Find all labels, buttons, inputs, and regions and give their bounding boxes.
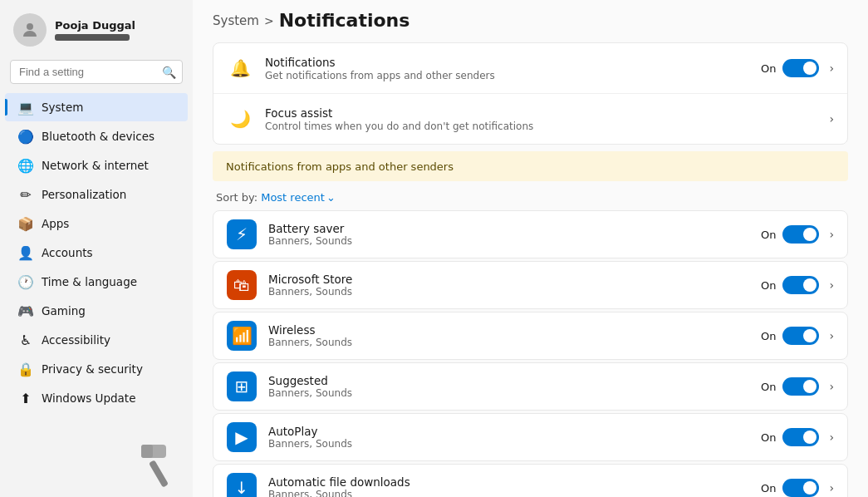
app-icon-auto-file-downloads: ↓ xyxy=(227,473,257,497)
sidebar-item-privacy[interactable]: 🔒 Privacy & security xyxy=(5,355,188,383)
sidebar-item-bluetooth[interactable]: 🔵 Bluetooth & devices xyxy=(5,122,188,150)
user-email xyxy=(55,34,130,41)
accounts-icon: 👤 xyxy=(18,245,33,260)
personalization-icon: ✏️ xyxy=(18,187,33,202)
sidebar-bottom xyxy=(0,430,193,497)
search-box[interactable]: 🔍 xyxy=(10,60,183,84)
app-chevron-battery-saver: › xyxy=(829,228,834,241)
system-icon: 💻 xyxy=(18,100,33,115)
focus-chevron: › xyxy=(829,112,834,125)
sidebar-label-network: Network & internet xyxy=(42,159,149,172)
app-on-label-auto-file-downloads: On xyxy=(761,482,776,495)
network-icon: 🌐 xyxy=(18,158,33,173)
windowsupdate-icon: ⬆ xyxy=(18,391,33,406)
sort-bar: Sort by: Most recent ⌄ xyxy=(213,185,848,209)
sort-value-text: Most recent xyxy=(261,191,325,204)
sort-label: Sort by: xyxy=(216,191,257,204)
app-name-microsoft-store: Microsoft Store xyxy=(268,273,749,286)
sort-value[interactable]: Most recent ⌄ xyxy=(261,191,336,204)
sidebar-item-network[interactable]: 🌐 Network & internet xyxy=(5,151,188,180)
toggle-knob-wireless xyxy=(803,329,817,342)
notifications-row[interactable]: 🔔 Notifications Get notifications from a… xyxy=(213,43,847,94)
notifications-toggle[interactable] xyxy=(782,59,819,77)
toggle-knob-battery-saver xyxy=(803,228,817,241)
toggle-knob xyxy=(803,62,817,75)
app-list: ⚡ Battery saver Banners, Sounds On › 🛍 M… xyxy=(213,210,848,497)
top-bar: System > Notifications xyxy=(193,0,868,36)
app-desc-autoplay: Banners, Sounds xyxy=(268,438,749,450)
app-card-microsoft-store[interactable]: 🛍 Microsoft Store Banners, Sounds On › xyxy=(213,261,848,309)
search-icon: 🔍 xyxy=(162,66,176,79)
app-controls-auto-file-downloads: On › xyxy=(761,479,834,497)
app-name-wireless: Wireless xyxy=(268,323,749,337)
app-controls-autoplay: On › xyxy=(761,428,834,446)
sidebar-item-accessibility[interactable]: ♿ Accessibility xyxy=(5,326,188,354)
section-header-title: Notifications from apps and other sender… xyxy=(226,160,454,173)
user-profile[interactable]: Pooja Duggal xyxy=(0,0,193,57)
app-toggle-microsoft-store[interactable] xyxy=(782,276,819,294)
app-card-autoplay[interactable]: ▶ AutoPlay Banners, Sounds On › xyxy=(213,413,848,461)
app-toggle-wireless[interactable] xyxy=(782,327,819,345)
page-title: Notifications xyxy=(279,10,410,31)
app-desc-suggested: Banners, Sounds xyxy=(268,387,749,399)
app-name-autoplay: AutoPlay xyxy=(268,425,749,438)
focus-controls: › xyxy=(826,112,834,125)
hammer-icon xyxy=(137,436,183,490)
app-toggle-battery-saver[interactable] xyxy=(782,225,819,244)
sidebar-item-windowsupdate[interactable]: ⬆ Windows Update xyxy=(5,384,188,412)
notifications-icon: 🔔 xyxy=(227,55,253,81)
app-text-battery-saver: Battery saver Banners, Sounds xyxy=(268,222,749,247)
main-content: System > Notifications 🔔 Notifications G… xyxy=(193,0,868,497)
app-card-auto-file-downloads[interactable]: ↓ Automatic file downloads Banners, Soun… xyxy=(213,464,848,497)
toggle-knob-autoplay xyxy=(803,431,817,444)
app-controls-battery-saver: On › xyxy=(761,225,834,244)
sidebar-item-apps[interactable]: 📦 Apps xyxy=(5,209,188,238)
bluetooth-icon: 🔵 xyxy=(18,129,33,144)
focus-desc: Control times when you do and don't get … xyxy=(265,121,814,132)
app-desc-battery-saver: Banners, Sounds xyxy=(268,235,749,247)
app-toggle-autoplay[interactable] xyxy=(782,428,819,446)
toggle-knob-suggested xyxy=(803,380,817,393)
sidebar-item-personalization[interactable]: ✏️ Personalization xyxy=(5,180,188,209)
breadcrumb-separator: > xyxy=(264,14,274,27)
user-name: Pooja Duggal xyxy=(55,19,135,32)
app-card-battery-saver[interactable]: ⚡ Battery saver Banners, Sounds On › xyxy=(213,210,848,258)
app-on-label-battery-saver: On xyxy=(761,229,776,241)
app-controls-microsoft-store: On › xyxy=(761,276,834,294)
top-settings-card: 🔔 Notifications Get notifications from a… xyxy=(213,42,848,145)
breadcrumb-parent[interactable]: System xyxy=(213,13,259,28)
app-text-wireless: Wireless Banners, Sounds xyxy=(268,323,749,348)
notifications-controls: On › xyxy=(761,59,834,77)
sidebar-item-system[interactable]: 💻 System xyxy=(5,93,188,121)
sidebar-label-personalization: Personalization xyxy=(42,188,126,201)
gaming-icon: 🎮 xyxy=(18,303,33,318)
app-toggle-auto-file-downloads[interactable] xyxy=(782,479,819,497)
notifications-chevron: › xyxy=(829,62,834,75)
breadcrumb: System > Notifications xyxy=(213,10,409,31)
sidebar: Pooja Duggal 🔍 💻 System 🔵 Bluetooth & de… xyxy=(0,0,193,497)
apps-icon: 📦 xyxy=(18,216,33,231)
notifications-title: Notifications xyxy=(265,56,749,69)
app-toggle-suggested[interactable] xyxy=(782,377,819,396)
app-text-auto-file-downloads: Automatic file downloads Banners, Sounds xyxy=(268,475,749,497)
app-chevron-wireless: › xyxy=(829,329,834,342)
app-icon-battery-saver: ⚡ xyxy=(227,219,257,249)
sidebar-item-gaming[interactable]: 🎮 Gaming xyxy=(5,297,188,325)
search-input[interactable] xyxy=(10,60,183,84)
app-card-wireless[interactable]: 📶 Wireless Banners, Sounds On › xyxy=(213,312,848,360)
user-info: Pooja Duggal xyxy=(55,19,135,41)
sidebar-item-time[interactable]: 🕐 Time & language xyxy=(5,268,188,296)
time-icon: 🕐 xyxy=(18,274,33,289)
sidebar-label-bluetooth: Bluetooth & devices xyxy=(42,130,154,143)
app-card-suggested[interactable]: ⊞ Suggested Banners, Sounds On › xyxy=(213,362,848,411)
sort-chevron-down-icon: ⌄ xyxy=(326,191,336,204)
nav-list: 💻 System 🔵 Bluetooth & devices 🌐 Network… xyxy=(0,91,193,430)
app-icon-suggested: ⊞ xyxy=(227,372,257,401)
focus-text: Focus assist Control times when you do a… xyxy=(265,106,814,132)
sidebar-item-accounts[interactable]: 👤 Accounts xyxy=(5,239,188,267)
app-on-label-wireless: On xyxy=(761,330,776,342)
app-name-auto-file-downloads: Automatic file downloads xyxy=(268,475,749,489)
focus-row[interactable]: 🌙 Focus assist Control times when you do… xyxy=(213,94,847,144)
notifications-on-label: On xyxy=(761,62,776,75)
app-on-label-microsoft-store: On xyxy=(761,279,776,292)
